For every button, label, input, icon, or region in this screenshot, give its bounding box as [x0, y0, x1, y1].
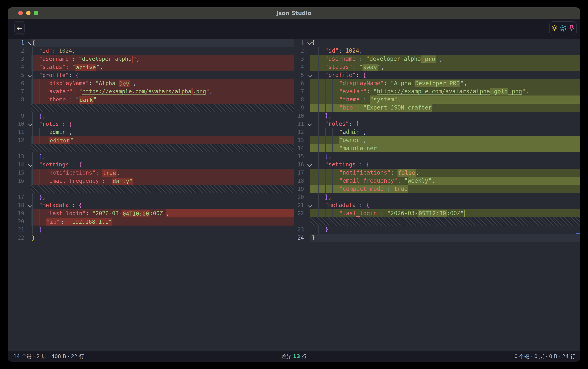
code-line[interactable]: 23} [294, 226, 580, 234]
code-line[interactable]: 12"admin", [294, 128, 580, 136]
line-number: 12 [18, 137, 24, 143]
code-line[interactable]: 21} [8, 226, 294, 234]
code-line[interactable]: 7"avatar": "https://example.com/avatars/… [294, 87, 580, 95]
gutter: 10 [294, 112, 310, 120]
code-line[interactable]: 7"avatar": "https://example.com/avatars/… [8, 87, 294, 95]
code-line[interactable]: 13"owner", [294, 136, 580, 144]
code-line[interactable]: 4"status": "active", [8, 63, 294, 71]
code-line[interactable]: 17}, [8, 193, 294, 201]
code-line[interactable]: 18"email_frequency": "weekly", [294, 177, 580, 185]
indent-guide [318, 71, 319, 79]
code-line[interactable]: 15], [294, 152, 580, 161]
code-line[interactable]: 12"editor" [8, 136, 294, 144]
code-line[interactable]: 16"email_frequency": "daily" [8, 177, 294, 185]
indent-guide [318, 161, 319, 169]
code-line[interactable]: 11"roles": [ [294, 120, 580, 128]
code-line[interactable]: 5"profile": { [8, 71, 294, 79]
gutter: 11 [8, 128, 31, 136]
back-button[interactable]: ← [13, 21, 26, 35]
line-number: 18 [18, 202, 24, 208]
indent-guide [39, 169, 40, 177]
line-number: 1 [301, 40, 304, 46]
code-line[interactable]: 3"username": "developer_alpha", [8, 55, 294, 63]
code-line[interactable]: 10}, [294, 112, 580, 120]
gear-icon[interactable] [559, 24, 567, 32]
indent-guide [39, 128, 40, 136]
sun-icon[interactable] [551, 25, 558, 32]
diff-filler-row [8, 104, 294, 112]
gutter: 12 [8, 136, 31, 144]
line-number: 9 [301, 105, 304, 111]
indent-guide [32, 136, 33, 144]
pin-icon[interactable] [568, 25, 575, 32]
gutter: 21 [8, 226, 31, 234]
code-line[interactable]: 14"maintainer" [294, 144, 580, 152]
code-line[interactable]: 8"theme": "dark" [8, 95, 294, 104]
screen: { "window": { "title": "Json Studio" }, … [0, 0, 588, 369]
code-line[interactable]: 20}, [294, 193, 580, 201]
maximize-button[interactable] [34, 11, 38, 15]
gutter: 14 [8, 161, 31, 169]
code-line[interactable]: 18"metadata": { [8, 201, 294, 209]
code-line[interactable]: 9"bio": "Expert JSON crafter" [294, 104, 580, 112]
indent-guide [312, 209, 312, 217]
code-line[interactable]: 19"last_login": "2026-03-04T10:00:00Z", [8, 209, 294, 217]
line-number: 16 [18, 178, 24, 184]
code-line[interactable]: 2"id": 1024, [294, 47, 580, 55]
indent-guide [332, 169, 333, 177]
line-number: 16 [298, 162, 304, 168]
indent-guide [325, 128, 326, 136]
code-line[interactable]: 1{ [294, 39, 580, 47]
code-line[interactable]: 19"compact_mode": true [294, 185, 580, 193]
code-line[interactable]: 11"admin", [8, 128, 294, 136]
indent-guide [318, 128, 319, 136]
json-pane-left[interactable]: 1{2"id": 1024,3"username": "developer_al… [8, 39, 294, 351]
gutter: 21 [294, 201, 310, 209]
indent-guide [32, 87, 33, 95]
code-line[interactable]: 4"status": "away", [294, 63, 580, 71]
close-button[interactable] [18, 11, 23, 15]
code-line[interactable]: 5"profile": { [294, 71, 580, 79]
code-line[interactable]: 9}, [8, 112, 294, 120]
indent-guide [312, 47, 312, 55]
indent-guide [32, 95, 33, 104]
indent-guide [332, 177, 333, 185]
code-line[interactable]: 15"notifications": true, [8, 169, 294, 177]
gutter: 16 [294, 161, 310, 169]
code-line[interactable]: 16"settings": { [294, 161, 580, 169]
code-line[interactable]: 6"displayName": "Alpha Developer PRO", [294, 79, 580, 87]
code-line[interactable]: 20"ip": "192.168.1.1" [8, 217, 294, 226]
code-line[interactable]: 3"username": "developer_alpha_pro", [294, 55, 580, 63]
code-line[interactable]: 17"notifications": false, [294, 169, 580, 177]
minimize-button[interactable] [26, 11, 31, 15]
indent-guide [325, 104, 326, 112]
indent-guide [318, 193, 319, 201]
code-line[interactable]: 1{ [8, 39, 294, 47]
indent-guide [312, 71, 312, 79]
json-pane-right[interactable]: 1{2"id": 1024,3"username": "developer_al… [294, 39, 580, 351]
code-line[interactable]: 22"last_login": "2026-03-05T12:30:00Z" [294, 209, 580, 217]
gutter: 1 [294, 39, 310, 47]
code-line[interactable]: 14"settings": { [8, 161, 294, 169]
gutter: 23 [294, 226, 310, 234]
code-line[interactable]: 24} [294, 234, 580, 242]
code-line[interactable]: 8"theme": "system", [294, 95, 580, 104]
code-line[interactable]: 6"displayName": "Alpha Dev", [8, 79, 294, 87]
indent-guide [325, 87, 326, 95]
indent-guide [332, 79, 333, 87]
code-line[interactable]: 2"id": 1024, [8, 47, 294, 55]
indent-guide [32, 161, 33, 169]
line-number: 15 [298, 154, 304, 160]
toolbar: ← [8, 19, 580, 39]
code-line[interactable]: 13], [8, 152, 294, 161]
app-window: Json Studio ← [8, 7, 580, 362]
code-line[interactable]: 10"roles": [ [8, 120, 294, 128]
gutter: 13 [294, 136, 310, 144]
line-number: 19 [18, 210, 24, 216]
line-number: 8 [301, 96, 304, 102]
code-line[interactable]: 22} [8, 234, 294, 242]
code-line[interactable]: 21"metadata": { [294, 201, 580, 209]
status-right: 0 个键 · 0 层 · 0 B · 24 行 [514, 353, 575, 360]
indent-guide [32, 120, 33, 128]
gutter: 7 [8, 87, 31, 95]
